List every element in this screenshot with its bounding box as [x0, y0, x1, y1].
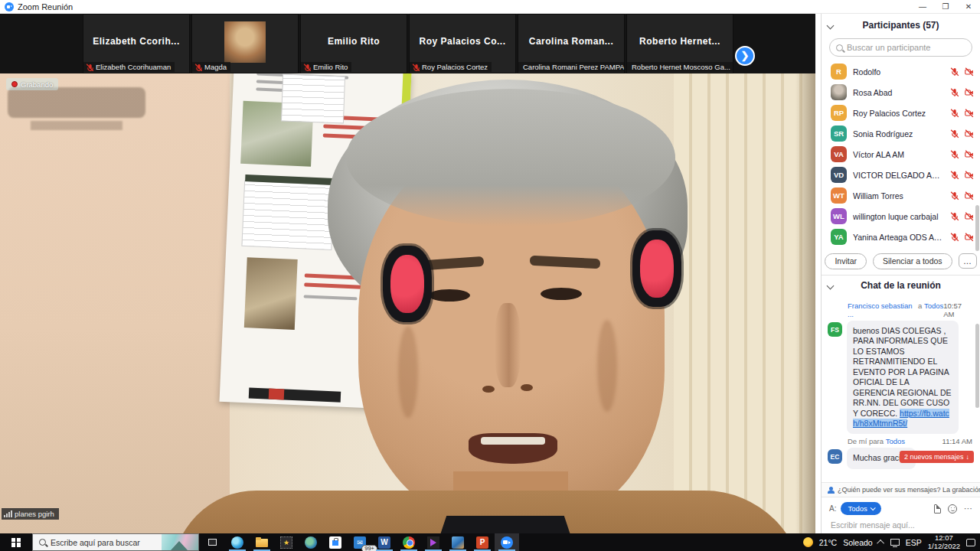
- taskbar-file-explorer[interactable]: [250, 533, 274, 551]
- video-tile[interactable]: Roberto Hernet... Roberto Hernet Moscoso…: [626, 14, 733, 73]
- participant-row[interactable]: WL willington luque carbajal: [822, 206, 980, 227]
- weather-condition[interactable]: Soleado: [843, 538, 873, 547]
- participant-row[interactable]: SR Sonia Rodríguez: [822, 123, 980, 144]
- participant-row[interactable]: YA Yanina Arteaga ODS Ayacucho: [822, 227, 980, 247]
- participant-filmstrip: Elizabeth Ccorih... Elizabeth Ccorihuama…: [0, 14, 815, 73]
- word-icon: W: [378, 536, 390, 549]
- window-titlebar: Zoom Reunión — ❐ ✕: [0, 0, 980, 14]
- arrow-down-icon: ↓: [966, 453, 970, 461]
- video-tile[interactable]: Carolina Roman... Carolina Romani Perez …: [518, 14, 625, 73]
- taskbar-globe-app[interactable]: [299, 533, 323, 551]
- clock[interactable]: 12:07 1/12/2022: [928, 534, 960, 551]
- participant-row[interactable]: RP Roy Palacios Cortez: [822, 103, 980, 123]
- weather-temp[interactable]: 21°C: [819, 538, 837, 547]
- avatar: WL: [831, 208, 847, 224]
- emoji-icon[interactable]: [948, 504, 957, 514]
- participant-search-input[interactable]: Buscar un participante: [829, 38, 972, 57]
- taskbar-zoom[interactable]: [495, 533, 519, 551]
- avatar: SR: [831, 126, 847, 142]
- attach-file-icon[interactable]: [934, 504, 941, 514]
- participant-row[interactable]: Rosa Abad: [822, 82, 980, 103]
- taskbar-edge[interactable]: [225, 533, 250, 551]
- taskbar-search-input[interactable]: Escribe aquí para buscar: [32, 533, 199, 551]
- presenter-eye: [429, 289, 470, 302]
- video-tile[interactable]: Elizabeth Ccorih... Elizabeth Ccorihuama…: [83, 14, 190, 73]
- camera-off-icon: [965, 150, 974, 159]
- recipient-selector[interactable]: Todos: [841, 502, 880, 515]
- more-icon[interactable]: ⋯: [964, 504, 972, 514]
- taskbar-powerpoint[interactable]: P: [470, 533, 495, 551]
- taskbar-media-player[interactable]: [421, 533, 446, 551]
- participant-row[interactable]: R Rodolfo: [822, 61, 980, 82]
- taskbar-word[interactable]: W: [372, 533, 397, 551]
- participant-row[interactable]: VD VICTOR DELGADO AAA.PAMPA...: [822, 165, 980, 185]
- participant-row[interactable]: VA Víctor ALA AM: [822, 144, 980, 165]
- more-options-button[interactable]: …: [959, 253, 977, 269]
- avatar: R: [831, 64, 847, 80]
- camera-off-icon: [965, 67, 974, 77]
- chevron-down-icon[interactable]: [828, 282, 834, 289]
- participants-scrollbar[interactable]: [975, 205, 979, 251]
- windows-logo-icon: [11, 538, 21, 547]
- tile-name-label: Roy Palacios Cortez: [410, 62, 492, 72]
- video-tile[interactable]: Emilio Rito Emilio Rito: [300, 14, 407, 73]
- taskbar-movies-tv[interactable]: ★: [274, 533, 299, 551]
- mini-calendar: [281, 74, 345, 124]
- taskbar-chrome[interactable]: [397, 533, 421, 551]
- next-participants-arrow-icon[interactable]: ❯: [735, 46, 755, 66]
- taskbar-photos[interactable]: [446, 533, 470, 551]
- minimize-button[interactable]: —: [911, 0, 934, 14]
- mic-off-icon: [950, 233, 959, 242]
- message-bubble: buenos DIAS COLEGAS , PARA INFORMALES QU…: [847, 321, 959, 434]
- task-view-button[interactable]: [199, 533, 225, 551]
- search-placeholder: Buscar un participante: [847, 43, 930, 52]
- search-icon: [836, 44, 843, 51]
- invite-button[interactable]: Invitar: [825, 253, 867, 269]
- chat-message: EC Muchas gracias 2 nuevos mensajes ↓: [828, 448, 974, 468]
- tile-name-label: Magda: [192, 62, 230, 72]
- mic-off-icon: [412, 64, 420, 71]
- signal-bars-icon: [4, 510, 12, 517]
- chat-message: FS buenos DIAS COLEGAS , PARA INFORMALES…: [828, 321, 974, 434]
- restore-button[interactable]: ❐: [934, 0, 957, 14]
- taskbar-mail[interactable]: ✉99+: [348, 533, 372, 551]
- tile-display-name: Roberto Hernet...: [627, 36, 733, 47]
- tile-name-label: Elizabeth Ccorihuaman: [83, 62, 175, 72]
- new-messages-badge[interactable]: 2 nuevos mensajes ↓: [900, 451, 974, 463]
- participant-row[interactable]: WT William Torres: [822, 185, 980, 206]
- hidden-icons-chevron[interactable]: [877, 540, 884, 547]
- media-player-icon: [427, 536, 439, 549]
- mic-off-icon: [86, 64, 93, 71]
- mic-off-icon: [950, 67, 959, 77]
- language-indicator[interactable]: ESP: [906, 538, 922, 547]
- compose-bar: A: Todos ⋯: [822, 497, 980, 517]
- chat-input[interactable]: Escribir mensaje aquí...: [822, 517, 980, 533]
- meeting-video-area: Elizabeth Ccorih... Elizabeth Ccorihuama…: [0, 14, 815, 533]
- network-icon[interactable]: [890, 539, 900, 546]
- screen: Zoom Reunión — ❐ ✕ Elizabeth Ccorih... E…: [0, 0, 980, 551]
- video-tile[interactable]: Roy Palacios Co... Roy Palacios Cortez: [409, 14, 516, 73]
- file-explorer-icon: [256, 536, 268, 549]
- chat-scrollbar[interactable]: [975, 324, 979, 408]
- mic-off-icon: [950, 109, 959, 118]
- message-meta: De mí para Todos 11:14 AM: [848, 437, 972, 445]
- camera-off-icon: [965, 129, 974, 139]
- tile-name-label: Roberto Hernet Moscoso Ga...: [627, 62, 733, 72]
- close-button[interactable]: ✕: [957, 0, 980, 14]
- windows-taskbar: Escribe aquí para buscar ★ ✉99+ W P 21°C…: [0, 533, 980, 551]
- mic-off-icon: [950, 191, 959, 201]
- start-button[interactable]: [0, 533, 32, 551]
- main-speaker-video: Grabando planes pgirh: [0, 73, 815, 533]
- notification-center-icon[interactable]: [966, 539, 975, 546]
- chat-messages: Francisco sebastian ... a Todos 10:57 AM…: [822, 295, 980, 482]
- mute-all-button[interactable]: Silenciar a todos: [873, 253, 952, 269]
- background-curtain: [674, 73, 815, 533]
- weather-sun-icon[interactable]: [803, 537, 813, 547]
- taskbar-microsoft-store[interactable]: [323, 533, 348, 551]
- video-tile[interactable]: Magda: [191, 14, 299, 73]
- speaker-name-label: planes pgirh: [2, 508, 59, 520]
- camera-off-icon: [965, 233, 974, 242]
- chevron-down-icon[interactable]: [828, 22, 834, 28]
- avatar: FS: [828, 322, 842, 337]
- avatar: WT: [831, 187, 847, 204]
